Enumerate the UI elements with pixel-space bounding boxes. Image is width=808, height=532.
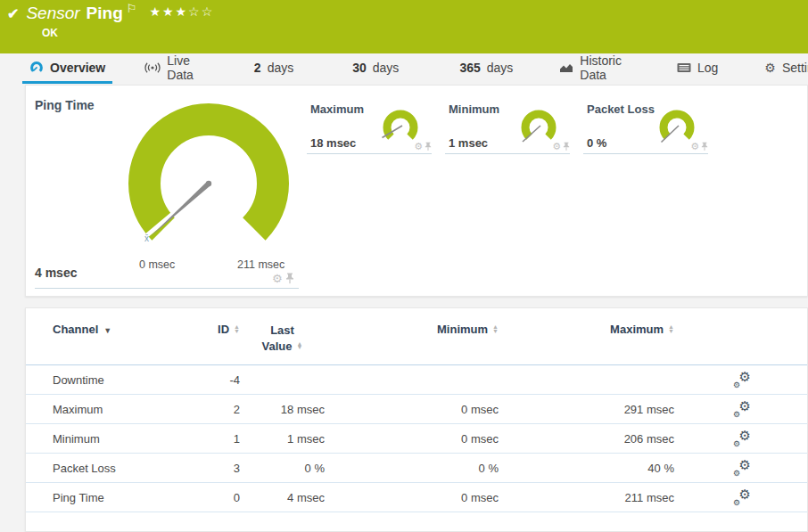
gauge-settings-gear-icon[interactable]: ⚙ (414, 141, 423, 152)
channel-minimum (325, 365, 499, 395)
column-header-id[interactable]: ID▲▼ (191, 308, 240, 365)
tab-settings-label: Settings (782, 61, 808, 75)
table-header-row: Channel▼ ID▲▼ Last Value▲▼ Minimum▲▼ Max… (26, 308, 807, 365)
gauge-average-marker: x̄ (144, 233, 149, 243)
column-header-channel-label: Channel (53, 323, 98, 336)
tab-settings[interactable]: ⚙ Settings (757, 53, 808, 84)
tab-2-days-number: 2 (254, 61, 261, 75)
channel-last-value (240, 365, 325, 395)
gauge-settings-gear-icon[interactable]: ⚙ (552, 141, 561, 152)
tab-30-days-number: 30 (352, 61, 367, 75)
column-header-channel[interactable]: Channel▼ (26, 308, 191, 365)
table-row-downtime[interactable]: Downtime -4 ⚙⚙ (26, 365, 807, 395)
channel-maximum (499, 365, 674, 395)
column-header-maximum-label: Maximum (610, 323, 664, 336)
mini-gauge-title: Minimum (449, 102, 499, 116)
pin-icon[interactable] (285, 273, 294, 284)
channel-last-value: 1 msec (240, 424, 325, 454)
ping-time-gauge (93, 102, 325, 262)
channels-table: Channel▼ ID▲▼ Last Value▲▼ Minimum▲▼ Max… (26, 308, 807, 512)
tab-live-data[interactable]: Live Data (137, 53, 201, 84)
sort-icon: ▲▼ (668, 325, 674, 333)
gauges-panel: Ping Time x̄ 0 msec 211 msec 4 msec ⚙ Ma… (25, 85, 808, 297)
channel-maximum: 211 msec (499, 483, 674, 512)
table-row-packet-loss[interactable]: Packet Loss 3 0 % 0 % 40 % ⚙⚙ (26, 454, 807, 483)
channels-panel: Channel▼ ID▲▼ Last Value▲▼ Minimum▲▼ Max… (25, 307, 808, 532)
sensor-header: ✔ Sensor Ping ⚐ ★★★☆☆ OK (0, 0, 808, 53)
mini-gauge-value: 18 msec (310, 136, 356, 150)
channel-name[interactable]: Downtime (26, 365, 191, 395)
channel-id: 3 (191, 454, 240, 483)
channel-id: 0 (191, 483, 240, 512)
status-ok-check-icon: ✔ (7, 5, 19, 22)
tab-overview-label: Overview (50, 61, 105, 75)
channel-maximum: 291 msec (499, 395, 674, 424)
live-broadcast-icon (144, 62, 161, 73)
tab-historic-data[interactable]: Historic Data (552, 53, 629, 84)
channel-id: 2 (191, 395, 240, 424)
table-row-maximum[interactable]: Maximum 2 18 msec 0 msec 291 msec ⚙⚙ (26, 395, 807, 424)
main-gauge-title: Ping Time (35, 98, 95, 112)
table-row-minimum[interactable]: Minimum 1 1 msec 0 msec 206 msec ⚙⚙ (26, 424, 807, 454)
column-header-maximum[interactable]: Maximum▲▼ (499, 308, 674, 365)
channel-minimum: 0 msec (325, 483, 499, 512)
table-row-ping-time[interactable]: Ping Time 0 4 msec 0 msec 211 msec ⚙⚙ (26, 483, 807, 512)
gauge-settings-gear-icon[interactable]: ⚙ (272, 272, 283, 285)
gear-icon: ⚙ (764, 61, 776, 75)
channel-settings-gears-icon[interactable]: ⚙⚙ (733, 430, 753, 446)
channel-minimum: 0 msec (325, 424, 499, 454)
channel-name[interactable]: Ping Time (26, 483, 191, 512)
column-header-last-value[interactable]: Last Value▲▼ (240, 308, 325, 365)
tab-2-days[interactable]: 2 days (247, 53, 301, 84)
mini-gauge-maximum: Maximum 18 msec ⚙ (307, 101, 432, 154)
flag-icon[interactable]: ⚐ (127, 2, 137, 15)
tab-30-days-label: days (373, 61, 400, 75)
column-header-minimum-label: Minimum (437, 323, 488, 336)
pin-icon[interactable] (425, 142, 432, 151)
channel-maximum: 206 msec (499, 424, 674, 454)
sensor-name: Ping (87, 4, 123, 23)
gauge-icon (29, 61, 44, 74)
sort-icon: ▲▼ (492, 325, 499, 333)
channel-minimum: 0 msec (325, 395, 499, 424)
channel-id: -4 (191, 365, 240, 395)
sort-icon: ▲▼ (297, 342, 303, 350)
channel-settings-gears-icon[interactable]: ⚙⚙ (733, 488, 753, 504)
stars-empty[interactable]: ☆☆ (188, 4, 214, 19)
status-badge: OK (42, 27, 58, 39)
channel-name[interactable]: Maximum (26, 395, 191, 424)
channel-last-value: 4 msec (240, 483, 325, 512)
sort-icon: ▲▼ (234, 325, 240, 333)
tab-2-days-label: days (268, 61, 294, 75)
gauge-settings-gear-icon[interactable]: ⚙ (690, 141, 699, 152)
column-header-minimum[interactable]: Minimum▲▼ (325, 308, 499, 365)
tab-365-days[interactable]: 365 days (452, 53, 520, 84)
channel-name[interactable]: Minimum (26, 424, 191, 454)
mini-gauge-title: Maximum (310, 102, 364, 116)
ping-time-value: 4 msec (35, 266, 77, 280)
tab-log-label: Log (697, 61, 718, 75)
channel-minimum: 0 % (325, 454, 499, 483)
tab-365-days-number: 365 (459, 61, 480, 75)
mini-gauge-packet-loss: Packet Loss 0 % ⚙ (583, 101, 708, 154)
object-kind-label: Sensor (26, 4, 79, 23)
channel-settings-gears-icon[interactable]: ⚙⚙ (733, 400, 753, 416)
mini-gauge-minimum: Minimum 1 msec ⚙ (445, 101, 570, 154)
priority-stars[interactable]: ★★★☆☆ (149, 4, 214, 19)
pin-icon[interactable] (701, 142, 708, 151)
area-chart-icon (559, 62, 573, 73)
column-header-settings (674, 308, 807, 365)
channel-settings-gears-icon[interactable]: ⚙⚙ (733, 371, 753, 387)
tab-live-data-label: Live Data (167, 53, 194, 82)
mini-gauge-value: 0 % (587, 136, 606, 150)
tab-bar: Overview Live Data 2 days 30 days 365 da… (0, 53, 808, 84)
channel-settings-gears-icon[interactable]: ⚙⚙ (733, 459, 753, 475)
stars-filled[interactable]: ★★★ (149, 4, 188, 19)
channel-name[interactable]: Packet Loss (26, 454, 191, 483)
pin-icon[interactable] (563, 142, 570, 151)
gauge-scale-max: 211 msec (237, 258, 284, 271)
tab-log[interactable]: Log (670, 53, 725, 84)
divider (35, 288, 299, 289)
tab-overview[interactable]: Overview (22, 53, 112, 84)
tab-30-days[interactable]: 30 days (345, 53, 406, 84)
